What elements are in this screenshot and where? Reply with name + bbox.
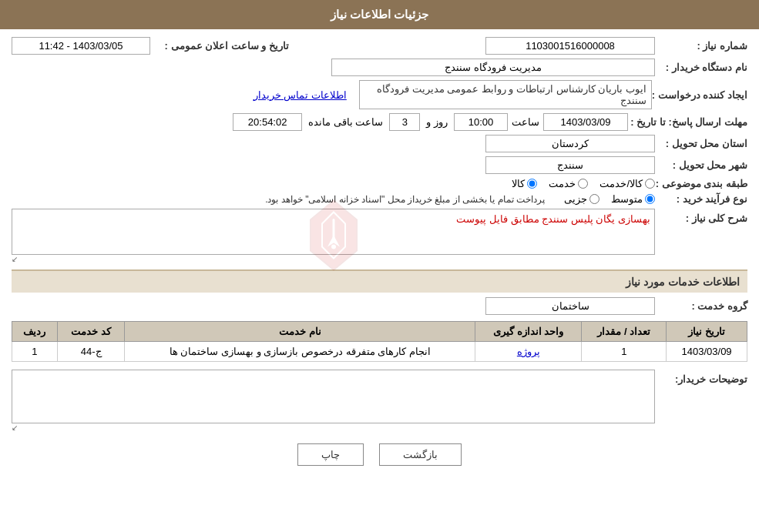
bottom-buttons: بازگشت چاپ: [12, 443, 747, 466]
row-service-group: گروه خدمت : ساختمان: [12, 297, 747, 315]
main-content: شماره نیاز : 1103001516000008 تاریخ و سا…: [0, 29, 759, 485]
reply-time: 10:00: [454, 113, 508, 131]
requester-label: ایجاد کننده درخواست :: [652, 89, 747, 101]
province-value: کردستان: [485, 135, 655, 152]
page-container: جزئیات اطلاعات نیاز شماره نیاز : 1103001…: [0, 0, 759, 532]
services-section-header: اطلاعات خدمات مورد نیاز: [12, 269, 747, 293]
need-number-label: شماره نیاز :: [655, 40, 747, 52]
col-need-date: تاریخ نیاز: [667, 322, 747, 342]
page-header: جزئیات اطلاعات نیاز: [0, 0, 759, 29]
row-buyer-notes: توضیحات خریدار: ↙: [12, 370, 747, 432]
col-row-number: ردیف: [12, 322, 58, 342]
purchase-type-label: نوع فرآیند خرید :: [655, 193, 747, 205]
city-value: سنندج: [485, 156, 655, 174]
cell-service-name: انجام کارهای متفرقه درخصوص بازسازی و بهس…: [125, 342, 475, 362]
service-group-value: ساختمان: [485, 297, 655, 315]
row-need-number: شماره نیاز : 1103001516000008 تاریخ و سا…: [12, 37, 747, 55]
reply-time-label: ساعت: [512, 116, 539, 128]
services-table: تاریخ نیاز تعداد / مقدار واحد اندازه گیر…: [12, 321, 747, 362]
category-label: طبقه بندی موضوعی :: [655, 178, 747, 189]
table-row: 1403/03/09 1 پروژه انجام کارهای متفرقه د…: [12, 342, 747, 362]
row-category: طبقه بندی موضوعی : کالا/خدمت خدمت کالا: [12, 178, 747, 189]
announcement-label: تاریخ و ساعت اعلان عمومی :: [150, 40, 289, 52]
purchase-type-note: پرداخت تمام یا بخشی از مبلغ خریداز محل "…: [265, 194, 545, 205]
purchase-type-option-jozi[interactable]: جزیی: [564, 193, 599, 205]
col-service-code: کد خدمت: [57, 322, 125, 342]
requester-value: ایوب باریان کارشناس ارتباطات و روابط عمو…: [359, 80, 652, 109]
purchase-type-radio-group: متوسط جزیی: [564, 193, 655, 205]
col-unit: واحد اندازه گیری: [475, 322, 582, 342]
description-text: بهسازی یگان پلیس سنندج مطابق فایل پیوست: [456, 213, 650, 225]
remaining-days-label: روز و: [426, 116, 448, 128]
row-description: شرح کلی نیاز : بهسازی یگان پلیس سنندج مط: [12, 209, 747, 263]
row-city: شهر محل تحویل : سنندج: [12, 156, 747, 174]
announcement-value: 1403/03/05 - 11:42: [12, 37, 150, 55]
col-quantity: تعداد / مقدار: [582, 322, 667, 342]
buyer-org-label: نام دستگاه خریدار :: [655, 62, 747, 73]
category-radio-group: کالا/خدمت خدمت کالا: [512, 178, 655, 189]
province-label: استان محل تحویل :: [655, 138, 747, 149]
cell-row-number: 1: [12, 342, 58, 362]
remaining-time-label: ساعت باقی مانده: [308, 116, 383, 128]
cell-quantity: 1: [582, 342, 667, 362]
row-purchase-type: نوع فرآیند خرید : متوسط جزیی پرداخت تمام…: [12, 193, 747, 205]
table-header-row: تاریخ نیاز تعداد / مقدار واحد اندازه گیر…: [12, 322, 747, 342]
remaining-days: 3: [389, 113, 420, 131]
description-value: بهسازی یگان پلیس سنندج مطابق فایل پیوست: [12, 209, 655, 255]
requester-link[interactable]: اطلاعات تماس خریدار: [254, 89, 347, 101]
svg-point-0: [331, 244, 336, 249]
reply-deadline-label: مهلت ارسال پاسخ: تا تاریخ :: [628, 116, 747, 128]
city-label: شهر محل تحویل :: [655, 159, 747, 171]
buyer-notes-content: [12, 370, 655, 423]
cell-need-date: 1403/03/09: [667, 342, 747, 362]
reply-date: 1403/03/09: [543, 113, 628, 131]
category-option-kala-khedmat[interactable]: کالا/خدمت: [599, 178, 655, 189]
row-reply-deadline: مهلت ارسال پاسخ: تا تاریخ : 1403/03/09 س…: [12, 113, 747, 131]
remaining-time: 20:54:02: [233, 113, 302, 131]
col-service-name: نام خدمت: [125, 322, 475, 342]
header-title: جزئیات اطلاعات نیاز: [331, 8, 428, 21]
description-label: شرح کلی نیاز :: [655, 209, 747, 224]
purchase-type-option-motvaset[interactable]: متوسط: [611, 193, 655, 205]
cell-service-code: ج-44: [57, 342, 125, 362]
service-group-label: گروه خدمت :: [655, 300, 747, 312]
row-province: استان محل تحویل : کردستان: [12, 135, 747, 152]
back-button[interactable]: بازگشت: [379, 443, 462, 466]
buyer-org-value: مدیریت فرودگاه سنندج: [331, 59, 655, 76]
category-option-khedmat[interactable]: خدمت: [549, 178, 588, 189]
category-option-kala[interactable]: کالا: [512, 178, 537, 189]
buyer-notes-label: توضیحات خریدار:: [655, 370, 747, 385]
cell-unit: پروژه: [475, 342, 582, 362]
need-number-value: 1103001516000008: [485, 37, 655, 55]
row-buyer-org: نام دستگاه خریدار : مدیریت فرودگاه سنندج: [12, 59, 747, 76]
row-requester: ایجاد کننده درخواست : ایوب باریان کارشنا…: [12, 80, 747, 109]
print-button[interactable]: چاپ: [297, 443, 364, 466]
